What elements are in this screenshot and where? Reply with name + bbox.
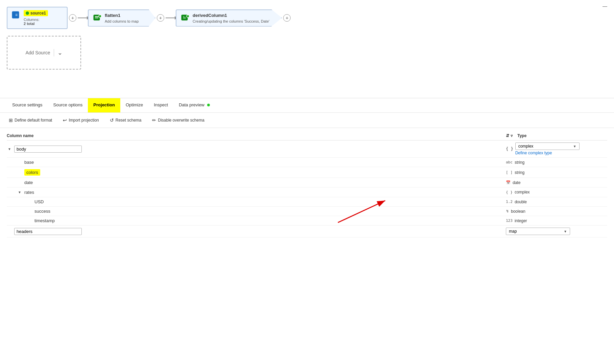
col-type-timestamp: 123 integer xyxy=(506,218,607,223)
tab-optimize[interactable]: Optimize xyxy=(120,98,148,112)
sort-icon[interactable]: ⇵ xyxy=(506,133,509,138)
tab-source-settings[interactable]: Source settings xyxy=(7,98,48,112)
col-name-rates: ▼ rates xyxy=(17,189,506,195)
tab-projection-label: Projection xyxy=(93,102,115,107)
data-preview-status-dot xyxy=(207,104,210,106)
svg-point-5 xyxy=(99,15,101,18)
pipeline-wrapper: ≡ source1 Columns: 2 total xyxy=(0,0,614,241)
define-complex-link-body[interactable]: Define complex type xyxy=(515,151,580,155)
projection-toolbar: ⊞ Define default format ↩ Import project… xyxy=(0,113,614,128)
col-type-success: ↯ boolean xyxy=(506,209,607,214)
plus-after-source1[interactable]: + xyxy=(69,14,76,22)
node-content-flatten1: flatten1 Add columns to map xyxy=(105,13,139,23)
type-select-headers[interactable]: map complex string integer double boolea… xyxy=(506,228,570,235)
name-rates: rates xyxy=(24,190,34,195)
plus-after-flatten1[interactable]: + xyxy=(157,14,164,22)
type-text-date: date xyxy=(513,180,520,185)
disable-overwrite-button[interactable]: ✏ Disable overwrite schema xyxy=(150,116,206,124)
node-box-derived1: fx derivedColumn1 Creating/updating the … xyxy=(176,9,282,27)
minimize-button[interactable]: — xyxy=(603,3,607,9)
source1-label: source1 xyxy=(24,10,48,16)
row-date: date 📅 date xyxy=(7,178,607,187)
sort-filter-icons: ⇵ ▿ xyxy=(506,133,513,138)
flatten1-title: flatten1 xyxy=(105,13,139,18)
col-name-body: ▼ xyxy=(7,146,506,153)
svg-text:≡: ≡ xyxy=(15,12,18,17)
tab-source-options[interactable]: Source options xyxy=(48,98,88,112)
import-projection-icon: ↩ xyxy=(63,118,67,123)
tab-inspect-label: Inspect xyxy=(154,102,168,107)
derived-icon: fx xyxy=(180,13,190,22)
type-header-text: Type xyxy=(517,133,526,138)
node-flatten1[interactable]: flatten1 Add columns to map + xyxy=(88,9,166,27)
filter-icon[interactable]: ▿ xyxy=(511,133,513,138)
derived1-title: derivedColumn1 xyxy=(193,13,269,18)
type-icon-base: abc xyxy=(506,160,513,164)
input-headers[interactable] xyxy=(14,228,82,235)
expand-body[interactable]: ▼ xyxy=(7,146,12,152)
define-format-label: Define default format xyxy=(15,118,52,123)
col-type-base: abc string xyxy=(506,160,607,165)
type-text-colors: string xyxy=(515,170,524,175)
source1-count: 2 total xyxy=(24,22,34,26)
reset-schema-button[interactable]: ↺ Reset schema xyxy=(108,116,144,124)
tab-optimize-label: Optimize xyxy=(126,102,143,107)
source1-subtitle: Columns: xyxy=(24,18,39,22)
import-projection-button[interactable]: ↩ Import projection xyxy=(61,116,101,124)
input-body[interactable] xyxy=(14,146,82,153)
tab-inspect[interactable]: Inspect xyxy=(148,98,173,112)
pipeline-nodes: ≡ source1 Columns: 2 total xyxy=(7,7,607,29)
row-base: base abc string xyxy=(7,158,607,167)
row-body: ▼ { } complex string integer double bool… xyxy=(7,140,607,158)
svg-rect-4 xyxy=(95,18,98,18)
table-header: Column name ⇵ ▿ Type xyxy=(7,131,607,140)
name-timestamp: timestamp xyxy=(34,218,55,223)
derived1-desc: Creating/updating the columns 'Success, … xyxy=(193,19,269,23)
node-content-derived1: derivedColumn1 Creating/updating the col… xyxy=(193,13,269,23)
name-date: date xyxy=(24,180,33,185)
tab-data-preview[interactable]: Data preview xyxy=(173,98,215,112)
node-content-source1: source1 Columns: 2 total xyxy=(24,10,48,26)
define-format-icon: ⊞ xyxy=(9,118,13,123)
type-icon-rates: { } xyxy=(506,190,513,194)
type-icon-colors: [ ] xyxy=(506,170,513,175)
disable-overwrite-label: Disable overwrite schema xyxy=(158,118,204,123)
flatten1-desc: Add columns to map xyxy=(105,19,139,23)
node-derivedcolumn1[interactable]: fx derivedColumn1 Creating/updating the … xyxy=(176,9,292,27)
disable-overwrite-icon: ✏ xyxy=(152,118,156,123)
type-select-body-select[interactable]: complex string integer double boolean da… xyxy=(518,144,572,149)
type-dropdown-body-wrapper: complex string integer double boolean da… xyxy=(515,142,580,155)
type-select-body[interactable]: complex string integer double boolean da… xyxy=(515,142,580,150)
reset-schema-icon: ↺ xyxy=(110,118,114,123)
add-source-button[interactable]: Add Source ⌄ xyxy=(7,36,81,70)
type-text-success: boolean xyxy=(511,209,525,214)
column-name-header: Column name xyxy=(7,133,506,138)
bottom-panel: Source settings Source options Projectio… xyxy=(0,98,614,241)
plus-after-derived1[interactable]: + xyxy=(283,14,291,22)
projection-table: Column name ⇵ ▿ Type ▼ { } xyxy=(0,128,614,241)
name-usd: USD xyxy=(34,199,44,204)
define-format-button[interactable]: ⊞ Define default format xyxy=(7,116,54,124)
col-type-usd: 1.2 double xyxy=(506,200,607,204)
type-select-headers-select[interactable]: map complex string integer double boolea… xyxy=(509,229,562,234)
node-box-flatten1: flatten1 Add columns to map xyxy=(88,9,155,27)
type-icon-success: ↯ xyxy=(506,209,509,213)
source1-status-dot xyxy=(26,11,29,15)
flatten-icon xyxy=(93,13,102,22)
node-sub-source1: Columns: 2 total xyxy=(24,18,48,26)
type-text-usd: double xyxy=(515,200,527,204)
col-name-date: date xyxy=(17,180,506,185)
node-title-source1: source1 xyxy=(24,10,48,16)
type-text-base: string xyxy=(515,160,524,165)
expand-rates[interactable]: ▼ xyxy=(17,189,22,195)
arrow-flatten-derived xyxy=(166,18,176,18)
type-icon-usd: 1.2 xyxy=(506,200,513,204)
tab-source-settings-label: Source settings xyxy=(12,102,43,107)
node-source1[interactable]: ≡ source1 Columns: 2 total xyxy=(7,7,78,29)
column-header-text: Column name xyxy=(7,133,33,138)
reset-schema-label: Reset schema xyxy=(116,118,142,123)
type-icon-body: { } xyxy=(506,147,513,151)
svg-point-8 xyxy=(187,15,189,18)
row-headers: map complex string integer double boolea… xyxy=(7,226,607,237)
tab-projection[interactable]: Projection xyxy=(88,98,120,112)
